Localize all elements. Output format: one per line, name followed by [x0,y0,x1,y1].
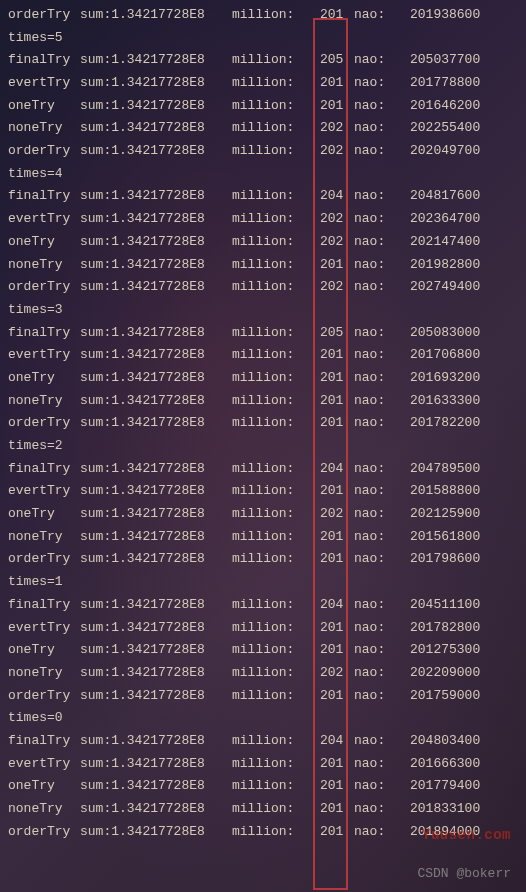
log-row: finalTrysum:1.34217728E8million:205nao:2… [8,49,518,72]
log-nao-label: nao: [354,140,410,163]
log-label: noneTry [8,117,80,140]
log-sum: sum:1.34217728E8 [80,390,232,413]
log-sum: sum:1.34217728E8 [80,231,232,254]
log-nao-value: 201938600 [410,4,510,27]
log-nao-value: 205083000 [410,322,510,345]
log-million-label: million: [232,390,320,413]
log-million-value: 201 [320,344,354,367]
log-nao-label: nao: [354,185,410,208]
log-million-value: 201 [320,4,354,27]
log-million-label: million: [232,685,320,708]
log-nao-value: 202147400 [410,231,510,254]
log-million-value: 201 [320,390,354,413]
log-million-label: million: [232,662,320,685]
log-row: oneTrysum:1.34217728E8million:201nao:201… [8,775,518,798]
log-label: noneTry [8,254,80,277]
log-row: noneTrysum:1.34217728E8million:201nao:20… [8,254,518,277]
log-million-value: 201 [320,821,354,844]
log-sum: sum:1.34217728E8 [80,185,232,208]
log-nao-value: 202364700 [410,208,510,231]
log-label: noneTry [8,390,80,413]
log-row: orderTrysum:1.34217728E8million:201nao:2… [8,4,518,27]
log-nao-label: nao: [354,821,410,844]
log-nao-value: 205037700 [410,49,510,72]
log-million-value: 204 [320,458,354,481]
log-row: evertTrysum:1.34217728E8million:201nao:2… [8,344,518,367]
times-label: times=0 [8,707,63,730]
log-million-label: million: [232,594,320,617]
log-sum: sum:1.34217728E8 [80,775,232,798]
log-million-value: 201 [320,480,354,503]
log-million-value: 205 [320,322,354,345]
log-sum: sum:1.34217728E8 [80,412,232,435]
times-row: times=2 [8,435,518,458]
log-label: noneTry [8,526,80,549]
log-nao-value: 201275300 [410,639,510,662]
log-million-value: 201 [320,685,354,708]
log-nao-label: nao: [354,390,410,413]
times-row: times=0 [8,707,518,730]
log-nao-label: nao: [354,72,410,95]
log-row: finalTrysum:1.34217728E8million:204nao:2… [8,730,518,753]
log-row: oneTrysum:1.34217728E8million:201nao:201… [8,639,518,662]
log-million-label: million: [232,412,320,435]
log-row: noneTrysum:1.34217728E8million:201nao:20… [8,390,518,413]
log-million-value: 201 [320,72,354,95]
log-sum: sum:1.34217728E8 [80,480,232,503]
log-million-value: 204 [320,185,354,208]
log-sum: sum:1.34217728E8 [80,798,232,821]
log-row: evertTrysum:1.34217728E8million:201nao:2… [8,480,518,503]
log-million-label: million: [232,367,320,390]
log-sum: sum:1.34217728E8 [80,685,232,708]
log-sum: sum:1.34217728E8 [80,276,232,299]
log-million-label: million: [232,548,320,571]
log-label: orderTry [8,685,80,708]
log-million-value: 201 [320,367,354,390]
log-million-value: 204 [320,594,354,617]
log-label: oneTry [8,639,80,662]
log-label: finalTry [8,185,80,208]
log-row: oneTrysum:1.34217728E8million:201nao:201… [8,367,518,390]
log-row: noneTrysum:1.34217728E8million:201nao:20… [8,526,518,549]
log-nao-label: nao: [354,322,410,345]
log-label: evertTry [8,480,80,503]
terminal-output[interactable]: orderTrysum:1.34217728E8million:201nao:2… [8,4,518,843]
log-label: finalTry [8,322,80,345]
log-label: orderTry [8,548,80,571]
log-million-value: 201 [320,95,354,118]
log-nao-value: 201633300 [410,390,510,413]
log-row: finalTrysum:1.34217728E8million:204nao:2… [8,594,518,617]
log-row: finalTrysum:1.34217728E8million:205nao:2… [8,322,518,345]
log-nao-value: 202049700 [410,140,510,163]
log-nao-label: nao: [354,367,410,390]
log-sum: sum:1.34217728E8 [80,503,232,526]
log-million-value: 204 [320,730,354,753]
log-million-value: 202 [320,117,354,140]
log-label: oneTry [8,775,80,798]
log-label: finalTry [8,730,80,753]
log-label: oneTry [8,95,80,118]
log-million-label: million: [232,503,320,526]
log-nao-label: nao: [354,730,410,753]
log-nao-label: nao: [354,480,410,503]
log-million-label: million: [232,775,320,798]
log-label: orderTry [8,412,80,435]
log-nao-value: 201982800 [410,254,510,277]
log-row: orderTrysum:1.34217728E8million:201nao:2… [8,412,518,435]
log-label: noneTry [8,662,80,685]
log-million-value: 202 [320,140,354,163]
log-sum: sum:1.34217728E8 [80,594,232,617]
log-row: evertTrysum:1.34217728E8million:201nao:2… [8,617,518,640]
log-sum: sum:1.34217728E8 [80,639,232,662]
watermark-yuusen: Yuusen.com [422,823,511,848]
log-sum: sum:1.34217728E8 [80,458,232,481]
log-label: evertTry [8,753,80,776]
log-row: evertTrysum:1.34217728E8million:201nao:2… [8,753,518,776]
log-sum: sum:1.34217728E8 [80,753,232,776]
log-label: finalTry [8,49,80,72]
log-million-value: 201 [320,254,354,277]
times-row: times=1 [8,571,518,594]
log-million-label: million: [232,480,320,503]
log-nao-value: 204817600 [410,185,510,208]
log-nao-value: 204803400 [410,730,510,753]
